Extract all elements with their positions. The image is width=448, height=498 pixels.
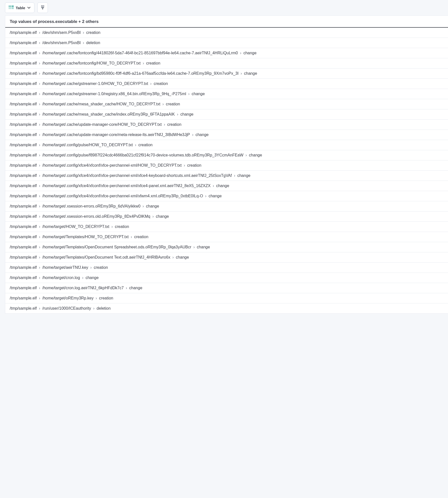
svg-rect-0 xyxy=(9,6,10,6)
row-part: /tmp/sample.elf xyxy=(10,235,37,239)
row-part: creation xyxy=(167,122,181,127)
row-part: change xyxy=(243,51,257,55)
table-row[interactable]: /tmp/sample.elf › /home/target/.cache/gs… xyxy=(5,79,448,89)
table-row[interactable]: /tmp/sample.elf › /home/target/cron.log … xyxy=(5,273,448,283)
color-palette-button[interactable] xyxy=(37,2,48,13)
row-part: /home/target/.config/xfce4/xfconf/xfce-p… xyxy=(42,184,211,188)
separator-icon: › xyxy=(82,30,85,35)
row-part: /tmp/sample.elf xyxy=(10,153,37,157)
separator-icon: › xyxy=(38,30,41,35)
table-view-label: Table xyxy=(16,6,25,10)
separator-icon: › xyxy=(38,173,41,178)
row-part: /tmp/sample.elf xyxy=(10,51,37,55)
separator-icon: › xyxy=(176,112,179,116)
row-part: change xyxy=(209,194,222,198)
row-part: change xyxy=(244,71,257,75)
table-view-button[interactable]: Table xyxy=(5,2,34,13)
row-part: /tmp/sample.elf xyxy=(10,224,37,229)
table-row[interactable]: /tmp/sample.elf › /home/target/cron.log.… xyxy=(5,283,448,293)
svg-rect-10 xyxy=(42,5,43,7)
row-part: /home/target/.cache/update-manager-core/… xyxy=(42,133,190,137)
table-row[interactable]: /tmp/sample.elf › /home/target/Templates… xyxy=(5,232,448,242)
row-part: /home/target/Templates/OpenDocument Text… xyxy=(42,255,170,259)
separator-icon: › xyxy=(134,143,137,147)
separator-icon: › xyxy=(163,122,166,127)
row-part: /home/target/.xsession-errors.old.oREmy3… xyxy=(42,214,150,218)
separator-icon: › xyxy=(38,276,41,280)
separator-icon: › xyxy=(38,265,41,270)
separator-icon: › xyxy=(204,194,207,198)
row-part: /tmp/sample.elf xyxy=(10,71,37,75)
chevron-down-icon xyxy=(27,6,31,9)
row-part: change xyxy=(176,255,189,259)
row-part: change xyxy=(156,214,169,218)
table-row[interactable]: /tmp/sample.elf › /home/target/.config/x… xyxy=(5,181,448,191)
row-part: change xyxy=(216,184,229,188)
separator-icon: › xyxy=(151,214,155,218)
row-part: /tmp/sample.elf xyxy=(10,286,37,290)
table-row[interactable]: /tmp/sample.elf › /home/target/.config/x… xyxy=(5,160,448,171)
separator-icon: › xyxy=(89,265,93,270)
row-part: /home/target/.cache/fontconfig/bd95980c-… xyxy=(42,71,239,75)
separator-icon: › xyxy=(38,286,41,290)
separator-icon: › xyxy=(239,51,242,55)
row-part: /home/target/oREmy3Rp.key xyxy=(42,296,93,300)
svg-rect-5 xyxy=(12,7,14,8)
separator-icon: › xyxy=(94,296,98,300)
table-row[interactable]: /tmp/sample.elf › /home/target/.xsession… xyxy=(5,212,448,222)
row-part: deletion xyxy=(86,41,100,45)
row-part: /tmp/sample.elf xyxy=(10,276,37,280)
separator-icon: › xyxy=(187,92,191,96)
table-row[interactable]: /tmp/sample.elf › /home/target/aeirTNfJ.… xyxy=(5,263,448,273)
row-part: /tmp/sample.elf xyxy=(10,112,37,116)
row-part: creation xyxy=(146,61,160,65)
row-part: /home/target/HOW_TO_DECRYPT.txt xyxy=(42,224,109,229)
svg-rect-9 xyxy=(41,5,42,7)
table-row[interactable]: /tmp/sample.elf › /home/target/.cache/me… xyxy=(5,99,448,109)
row-part: /dev/shm/sem.P5vxBl xyxy=(42,30,81,35)
row-part: /home/target/cron.log xyxy=(42,276,80,280)
row-part: creation xyxy=(166,102,180,106)
table-row[interactable]: /tmp/sample.elf › /dev/shm/sem.P5vxBl › … xyxy=(5,38,448,48)
table-row[interactable]: /tmp/sample.elf › /home/target/.cache/up… xyxy=(5,120,448,130)
row-part: /dev/shm/sem.P5vxBl xyxy=(42,41,81,45)
table-row[interactable]: /tmp/sample.elf › /home/target/.config/p… xyxy=(5,150,448,160)
table-row[interactable]: /tmp/sample.elf › /home/target/.config/x… xyxy=(5,191,448,201)
table-row[interactable]: /tmp/sample.elf › /dev/shm/sem.P5vxBl › … xyxy=(5,28,448,38)
table-row[interactable]: /tmp/sample.elf › /home/target/.cache/fo… xyxy=(5,69,448,79)
table-row[interactable]: /tmp/sample.elf › /home/target/HOW_TO_DE… xyxy=(5,222,448,232)
row-part: /tmp/sample.elf xyxy=(10,163,37,167)
separator-icon: › xyxy=(38,163,41,167)
row-part: /home/target/.cache/mesa_shader_cache/HO… xyxy=(42,102,160,106)
row-part: /home/target/.config/xfce4/xfconf/xfce-p… xyxy=(42,194,203,198)
table-row[interactable]: /tmp/sample.elf › /home/target/.cache/me… xyxy=(5,109,448,120)
separator-icon: › xyxy=(38,81,41,86)
row-part: deletion xyxy=(97,306,111,310)
separator-icon: › xyxy=(233,173,236,178)
table-row[interactable]: /tmp/sample.elf › /run/user/1000/ICEauth… xyxy=(5,303,448,314)
row-part: change xyxy=(86,276,99,280)
row-part: change xyxy=(237,173,251,178)
row-part: change xyxy=(129,286,142,290)
table-row[interactable]: /tmp/sample.elf › /home/target/.config/x… xyxy=(5,171,448,181)
table-row[interactable]: /tmp/sample.elf › /home/target/.cache/gs… xyxy=(5,89,448,99)
separator-icon: › xyxy=(161,102,165,106)
table-row[interactable]: /tmp/sample.elf › /home/target/.config/p… xyxy=(5,140,448,150)
separator-icon: › xyxy=(38,112,41,116)
table-row[interactable]: /tmp/sample.elf › /home/target/Templates… xyxy=(5,252,448,263)
table-row[interactable]: /tmp/sample.elf › /home/target/.cache/fo… xyxy=(5,58,448,69)
row-part: creation xyxy=(187,163,201,167)
table-row[interactable]: /tmp/sample.elf › /home/target/oREmy3Rp.… xyxy=(5,293,448,303)
table-row[interactable]: /tmp/sample.elf › /home/target/.cache/fo… xyxy=(5,48,448,58)
row-part: /tmp/sample.elf xyxy=(10,102,37,106)
row-part: /run/user/1000/ICEauthority xyxy=(42,306,91,310)
table-row[interactable]: /tmp/sample.elf › /home/target/.cache/up… xyxy=(5,130,448,140)
separator-icon: › xyxy=(38,235,41,239)
table-row[interactable]: /tmp/sample.elf › /home/target/Templates… xyxy=(5,242,448,252)
row-part: /home/target/.cache/fontconfig/HOW_TO_DE… xyxy=(42,61,141,65)
table-row[interactable]: /tmp/sample.elf › /home/target/.xsession… xyxy=(5,201,448,212)
row-part: change xyxy=(197,245,210,249)
separator-icon: › xyxy=(149,81,153,86)
svg-rect-12 xyxy=(41,7,44,8)
row-part: /tmp/sample.elf xyxy=(10,255,37,259)
